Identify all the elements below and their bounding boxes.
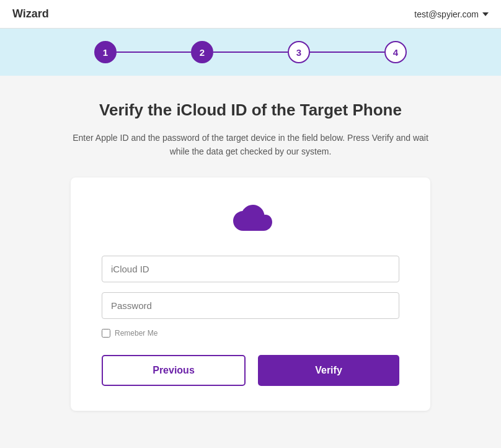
remember-me-checkbox[interactable] (102, 329, 110, 338)
remember-me-label: Remeber Me (115, 329, 157, 338)
user-menu[interactable]: test@spyier.com (414, 9, 489, 19)
stepper-bar: 1 2 3 4 (0, 29, 501, 76)
verify-button[interactable]: Verify (258, 355, 399, 386)
password-input[interactable] (102, 292, 399, 319)
step-2: 2 (191, 41, 213, 63)
step-4: 4 (384, 41, 407, 63)
button-row: Previous Verify (102, 355, 399, 386)
step-3: 3 (288, 41, 310, 63)
header-title: Wizard (12, 7, 49, 20)
previous-button[interactable]: Previous (102, 355, 246, 386)
user-email: test@spyier.com (414, 9, 479, 19)
remember-me-row: Remeber Me (102, 329, 157, 338)
main-content: Verify the iCloud ID of the Target Phone… (0, 76, 501, 448)
chevron-down-icon (482, 12, 489, 16)
step-line-3-4 (310, 52, 384, 53)
stepper: 1 2 3 4 (94, 41, 407, 63)
step-line-2-3 (213, 52, 288, 53)
page-description: Enter Apple ID and the password of the t… (71, 131, 430, 159)
page-title: Verify the iCloud ID of the Target Phone (99, 101, 402, 120)
cloud-icon (228, 202, 273, 237)
step-1: 1 (94, 41, 117, 63)
step-line-1-2 (117, 52, 191, 53)
icloud-id-input[interactable] (102, 256, 399, 282)
icloud-form-card: Remeber Me Previous Verify (71, 177, 430, 411)
header: Wizard test@spyier.com (0, 0, 501, 29)
